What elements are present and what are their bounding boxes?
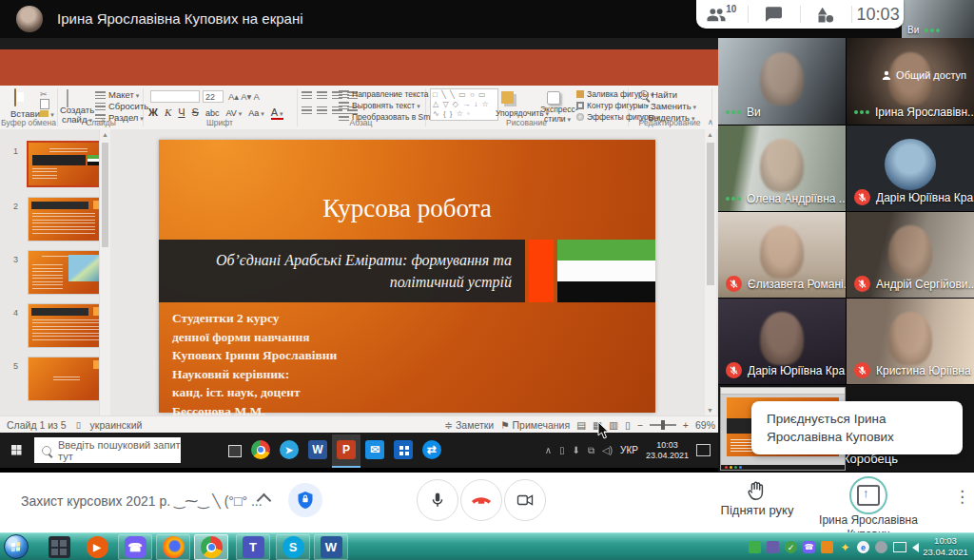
view-normal-icon[interactable]: ▤ (576, 419, 586, 431)
bold-button[interactable]: Ж (148, 106, 158, 118)
more-options-icon[interactable]: ⋮ (954, 487, 970, 507)
raise-hand-button[interactable] (746, 480, 767, 505)
slide-thumbnail-5[interactable] (29, 357, 105, 400)
mic-button[interactable] (417, 479, 458, 521)
participant-tile[interactable]: Дарія Юріївна Кра... (847, 126, 974, 211)
view-slideshow-icon[interactable]: ▯ (625, 419, 631, 431)
taskbar-viber-icon[interactable]: ☎ (118, 534, 152, 560)
network-icon[interactable] (893, 542, 906, 552)
shapes-gallery[interactable]: □ ╲ ╲ ▭ ○ ▭△ ▽ ◇ → ↓ ☆∿ { } ☆ ◦ (430, 88, 498, 121)
reset-button[interactable]: Сбросить (95, 101, 148, 111)
tray-mic-icon[interactable]: ⬇ (573, 445, 580, 455)
tray-expand-icon[interactable]: ∧ (545, 445, 552, 455)
comments-button[interactable]: ⚑ Примечания (500, 419, 570, 431)
taskbar-teams-icon[interactable]: T (236, 534, 270, 560)
paste-button[interactable] (14, 89, 16, 106)
action-center-icon[interactable] (696, 444, 711, 456)
camera-button[interactable] (504, 479, 546, 521)
tray-volume-icon[interactable]: ◁) (602, 445, 613, 455)
italic-button[interactable]: К (165, 106, 171, 118)
language-indicator[interactable]: УКР (620, 445, 638, 455)
participants-button[interactable]: 10 (696, 0, 748, 29)
align-text-button[interactable]: Выровнять текст (339, 101, 420, 110)
shape-outline-button[interactable]: Контур фигуры (576, 101, 649, 110)
underline-button[interactable]: Ч (178, 106, 185, 118)
tray-phone-icon[interactable]: ▯ (559, 445, 565, 455)
tray-updater-icon[interactable] (875, 541, 887, 553)
strikethrough-button[interactable]: S (192, 106, 199, 118)
taskbar-word-icon[interactable]: W (314, 534, 348, 560)
quick-styles-button[interactable]: Экспресс- (540, 105, 578, 114)
replace-button[interactable]: abЗаменить (639, 101, 696, 111)
tray-viber-icon[interactable]: ☎ (803, 541, 815, 553)
text-direction-button[interactable]: Направление текста (339, 89, 434, 99)
search-input[interactable]: Введіть пошуковий запит тут (34, 437, 181, 463)
slide-thumbnail-4[interactable] (29, 304, 105, 347)
activities-button[interactable] (801, 0, 852, 29)
slide-thumbnail-1[interactable] (29, 143, 105, 185)
start-button[interactable] (11, 445, 21, 454)
host-clock[interactable]: 10:0323.04.2021 (921, 535, 970, 558)
font-size-box[interactable]: 22 (203, 90, 224, 103)
tray-green-app-icon[interactable] (749, 541, 761, 553)
clear-format-button[interactable]: abc (205, 108, 220, 118)
volume-icon[interactable] (912, 543, 919, 552)
thumbnail-scrollbar[interactable]: ▲ (99, 129, 110, 415)
font-name-box[interactable] (150, 90, 200, 103)
taskbar-mail-icon[interactable]: ✉ (365, 440, 384, 459)
zoom-in-button[interactable]: + (683, 419, 689, 431)
participant-tile[interactable]: Ірина Ярославівн... (847, 38, 974, 125)
tray-display-icon[interactable]: ⧉ (588, 445, 594, 456)
layout-button[interactable]: Макет (95, 89, 139, 100)
taskbar-skype-icon[interactable]: S (276, 534, 310, 560)
tray-purple-app-icon[interactable] (767, 541, 779, 553)
participant-tile[interactable]: Дарія Юріївна Кра... (718, 299, 846, 384)
taskbar-app-grid-icon[interactable] (42, 534, 76, 560)
char-spacing-button[interactable]: AV (225, 108, 242, 118)
chat-button[interactable] (749, 0, 800, 29)
meeting-name[interactable]: Захист курсових 2021 р. ‿⁓‿ ╲ (°□° ... (21, 493, 263, 509)
taskbar-powerpoint-icon[interactable]: P (337, 440, 356, 459)
zoom-level[interactable]: 69% (695, 419, 715, 431)
change-case-button[interactable]: Aa (248, 108, 263, 118)
tray-check-icon[interactable]: ✓ (785, 541, 797, 553)
participant-tile[interactable]: Андрій Сергійови... (847, 212, 974, 298)
taskbar-chrome-icon[interactable] (194, 534, 228, 560)
participant-tile[interactable]: Ви (718, 38, 846, 125)
taskbar-media-player-icon[interactable]: ▶ (80, 534, 114, 560)
participant-tile[interactable]: Єлизавета Романі... (718, 212, 846, 298)
tray-e-icon[interactable]: e (857, 541, 869, 553)
slide-thumbnail-2[interactable] (29, 198, 105, 241)
format-painter-icon[interactable] (40, 110, 49, 117)
zoom-slider[interactable] (650, 424, 676, 426)
taskbar-calendar-icon[interactable] (394, 440, 413, 459)
notes-button[interactable]: ≑ Заметки (444, 419, 494, 431)
share-button[interactable]: Общий доступ (882, 69, 966, 81)
meeting-safety-button[interactable] (288, 483, 322, 517)
collapse-ribbon-icon[interactable]: ∧ (708, 118, 713, 126)
taskbar-telegram-icon[interactable]: ➤ (280, 440, 299, 459)
taskbar-word-icon[interactable]: W (308, 440, 327, 459)
tray-orange-app-icon[interactable] (821, 541, 833, 553)
raise-hand-label[interactable]: Підняти руку (715, 503, 799, 517)
taskbar-teamviewer-icon[interactable]: ⇄ (422, 440, 441, 459)
start-orb[interactable] (4, 534, 29, 559)
shared-clock[interactable]: 10:0323.04.2021 (646, 440, 689, 461)
slide-scrollbar[interactable]: ▲▼ (705, 129, 716, 415)
slide-canvas[interactable]: Курсова робота Об’єднані Арабські Емірат… (159, 140, 655, 413)
proofing-language[interactable]: украинский (90, 419, 143, 431)
cut-icon[interactable]: ✂ (40, 89, 48, 99)
participant-tile[interactable]: Кристина Юріївна ... (847, 299, 974, 384)
view-reading-icon[interactable]: ▥ (609, 419, 618, 431)
taskbar-firefox-icon[interactable] (156, 534, 190, 560)
tray-bird-icon[interactable]: ✦ (839, 541, 851, 553)
taskbar-chrome-icon[interactable] (251, 440, 270, 459)
copy-icon[interactable] (40, 99, 49, 109)
present-button[interactable] (849, 476, 887, 514)
self-view-tile[interactable]: Ви (902, 0, 974, 38)
hangup-button[interactable] (460, 479, 502, 521)
task-view-icon[interactable] (228, 445, 242, 457)
zoom-out-button[interactable]: − (637, 419, 643, 431)
grow-shrink-font-icons[interactable]: A▴ A▾ A (228, 91, 260, 102)
slide-thumbnail-3[interactable] (29, 251, 105, 294)
